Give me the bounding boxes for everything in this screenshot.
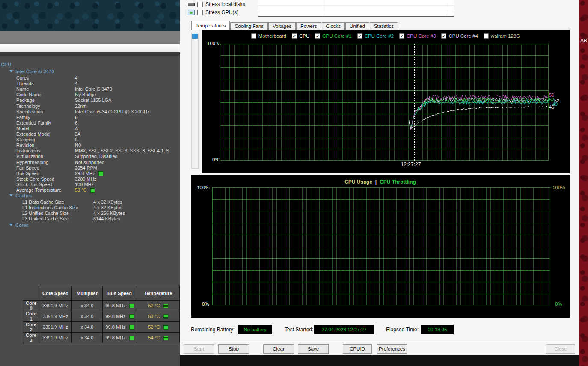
checkbox[interactable]: ✓	[292, 33, 297, 39]
legend-item-cpu[interactable]: ✓CPU	[292, 33, 309, 39]
spec-label: Cores	[16, 75, 75, 80]
tree-root-cpu[interactable]: CPU	[1, 62, 11, 67]
core-speed-cell: 3391.9 MHz	[39, 301, 72, 311]
checkbox[interactable]	[197, 10, 203, 15]
legend-item-cpucore2[interactable]: ✓CPU Core #2	[357, 33, 394, 39]
spec-value: N0	[75, 143, 81, 148]
test-config-list[interactable]	[258, 0, 454, 17]
spec-label: Model	[16, 126, 75, 131]
checkbox[interactable]: ✓	[315, 33, 320, 39]
cache-value: 4 x 32 KBytes	[93, 205, 122, 210]
core-speed-cell: 3391.9 MHz	[39, 333, 72, 343]
green-indicator-icon	[163, 336, 168, 340]
stop-button[interactable]: Stop	[218, 344, 249, 354]
checkbox[interactable]	[197, 2, 203, 7]
spec-row-family: Family6	[16, 115, 77, 120]
legend-item-cpucore4[interactable]: ✓CPU Core #4	[441, 33, 478, 39]
save-button[interactable]: Save	[298, 344, 329, 354]
screen: AB CPU Intel Core i5 3470 Cores4Threads4…	[0, 0, 588, 366]
tree-node-caches[interactable]: Caches	[9, 193, 32, 198]
cache-label: L3 Unified Cache Size	[22, 216, 93, 221]
core-speed-cell: 3391.9 MHz	[39, 311, 72, 322]
spec-row-code-name: Code NameIvy Bridge	[16, 92, 96, 97]
desktop-wallpaper-teal	[0, 0, 180, 31]
cores-table-header: Bus Speed	[103, 286, 137, 301]
tree-node-cpu-model[interactable]: Intel Core i5 3470	[9, 69, 54, 74]
usage-right-min-label: 0%	[555, 301, 562, 306]
spec-row-extended-family: Extended Family6	[16, 120, 77, 125]
spec-label: Bus Speed	[16, 171, 75, 176]
scrollbar-thumb[interactable]	[192, 34, 198, 39]
checkbox[interactable]	[484, 33, 489, 39]
tab-unified[interactable]: Unified	[345, 22, 369, 30]
bus-speed-cell: 99.8 MHz	[103, 322, 137, 333]
spec-row-fan-speed: Fan Speed2054 RPM	[16, 165, 97, 170]
green-indicator-icon	[129, 304, 134, 308]
spec-label: Family	[16, 115, 75, 120]
spec-row-hyperthreading: HyperthreadingNot supported	[16, 160, 104, 165]
spec-label: Fan Speed	[16, 165, 75, 170]
collapse-arrow-icon[interactable]	[9, 70, 13, 72]
tab-clocks[interactable]: Clocks	[322, 22, 345, 30]
checkbox[interactable]: ✓	[399, 33, 404, 39]
spec-row-stepping: Stepping9	[16, 137, 77, 142]
core-name-cell: Core 2	[23, 322, 39, 333]
checkbox[interactable]	[251, 33, 256, 39]
spec-label: Technology	[16, 104, 75, 109]
cache-row-2: L2 Unified Cache Size4 x 256 KBytes	[22, 211, 125, 216]
legend-label: CPU	[299, 33, 309, 39]
green-indicator-icon	[90, 188, 95, 193]
core-name-cell: Core 1	[23, 311, 39, 322]
list-column-divider	[447, 0, 447, 16]
spec-label: Package	[16, 98, 75, 103]
checkbox[interactable]: ✓	[441, 33, 446, 39]
tab-temperatures[interactable]: Temperatures	[191, 21, 230, 30]
temperature-value: 53 °C	[148, 314, 160, 319]
legend-item-motherboard[interactable]: Motherboard	[251, 33, 286, 39]
green-indicator-icon	[98, 171, 103, 176]
close-button: Close	[546, 344, 575, 354]
left-app-titlebar[interactable]	[0, 31, 180, 44]
cores-table: Core SpeedMultiplierBus SpeedTemperature…	[23, 286, 180, 343]
stress-option-1[interactable]: Stress GPU(s)	[188, 9, 238, 15]
legend-item-walram128g[interactable]: walram 128G	[484, 33, 520, 39]
preferences-button[interactable]: Preferences	[377, 344, 407, 354]
usage-plot[interactable]	[212, 187, 550, 305]
tab-voltages[interactable]: Voltages	[268, 22, 296, 30]
spec-row-virtualization: VirtualizationSupported, Disabled	[16, 154, 118, 159]
clear-button[interactable]: Clear	[263, 344, 294, 354]
temperature-chart: Motherboard✓CPU✓CPU Core #1✓CPU Core #2✓…	[202, 30, 570, 173]
cpuid-button[interactable]: CPUID	[343, 344, 372, 354]
spec-label: Instructions	[16, 148, 75, 153]
temperature-plot[interactable]	[220, 44, 549, 161]
tree-node-cores[interactable]: Cores	[9, 223, 29, 228]
spec-row-package: PackageSocket 1155 LGA	[16, 98, 111, 103]
spec-label: Average Temperature	[16, 187, 75, 193]
spec-label: Extended Model	[16, 131, 75, 137]
left-app-toolbar[interactable]	[0, 44, 180, 52]
status-label-0: Remaining Battery:	[191, 327, 235, 333]
status-value-0: No battery	[238, 325, 272, 334]
window-bottom-strip	[180, 355, 579, 366]
temperature-value: 52 °C	[148, 303, 160, 308]
bus-speed-cell: 99.8 MHz	[103, 301, 137, 311]
chart-scrollbar[interactable]	[191, 33, 199, 169]
collapse-arrow-icon[interactable]	[9, 224, 13, 226]
spec-label: Virtualization	[16, 154, 75, 159]
spec-value: 22nm	[75, 104, 87, 109]
spec-value: Socket 1155 LGA	[75, 98, 111, 103]
multiplier-cell: x 34.0	[72, 301, 103, 311]
stress-option-0[interactable]: Stress local disks	[188, 1, 245, 7]
legend-item-cpucore1[interactable]: ✓CPU Core #1	[315, 33, 351, 39]
cache-label: L2 Unified Cache Size	[22, 211, 93, 216]
spec-value: 4	[75, 81, 77, 86]
tab-powers[interactable]: Powers	[296, 22, 321, 30]
legend-label: CPU Core #2	[365, 33, 394, 39]
checkbox[interactable]: ✓	[357, 33, 362, 39]
legend-item-cpucore3[interactable]: ✓CPU Core #3	[399, 33, 436, 39]
tab-statistics[interactable]: Statistics	[370, 22, 398, 30]
cpu-model-label: Intel Core i5 3470	[15, 69, 54, 74]
tab-cooling-fans[interactable]: Cooling Fans	[230, 22, 268, 30]
collapse-arrow-icon[interactable]	[9, 194, 13, 196]
list-row-divider	[258, 5, 454, 6]
